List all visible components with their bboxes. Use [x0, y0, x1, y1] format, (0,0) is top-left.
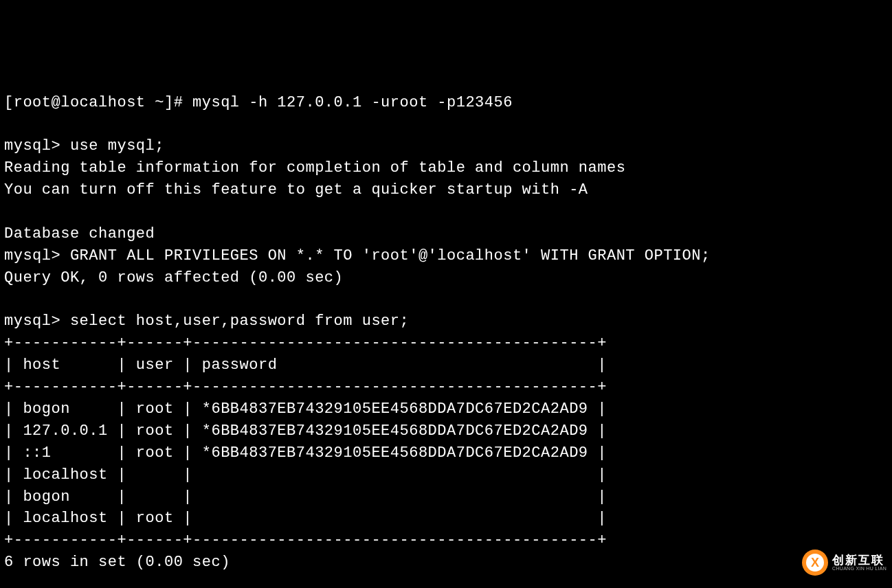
watermark: 创新互联 CHUANG XIN HU LIAN: [802, 550, 887, 576]
table-border: +-----------+------+--------------------…: [4, 532, 607, 549]
table-row: | bogon | root | *6BB4837EB74329105EE456…: [4, 400, 607, 418]
line: Reading table information for completion…: [4, 159, 625, 177]
line: 6 rows in set (0.00 sec): [4, 554, 230, 571]
table-header: | host | user | password |: [4, 357, 607, 374]
line: mysql> use mysql;: [4, 137, 164, 155]
watermark-logo-icon: [802, 550, 828, 576]
watermark-cn: 创新互联: [832, 554, 887, 566]
table-row: | ::1 | root | *6BB4837EB74329105EE4568D…: [4, 444, 607, 462]
table-row: | bogon | | |: [4, 488, 607, 506]
line: You can turn off this feature to get a q…: [4, 181, 588, 199]
line: mysql> GRANT ALL PRIVILEGES ON *.* TO 'r…: [4, 247, 711, 264]
watermark-en: CHUANG XIN HU LIAN: [832, 566, 887, 571]
table-row: | localhost | | |: [4, 466, 607, 484]
line: mysql> select host,user,password from us…: [4, 313, 409, 330]
terminal-output[interactable]: [root@localhost ~]# mysql -h 127.0.0.1 -…: [4, 92, 888, 588]
line: Query OK, 0 rows affected (0.00 sec): [4, 269, 343, 286]
table-row: | 127.0.0.1 | root | *6BB4837EB74329105E…: [4, 422, 607, 440]
table-row: | localhost | root | |: [4, 510, 607, 527]
table-border: +-----------+------+--------------------…: [4, 378, 607, 396]
line: Database changed: [4, 225, 155, 242]
watermark-text: 创新互联 CHUANG XIN HU LIAN: [832, 554, 887, 571]
table-border: +-----------+------+--------------------…: [4, 335, 607, 352]
line: [root@localhost ~]# mysql -h 127.0.0.1 -…: [4, 94, 513, 111]
